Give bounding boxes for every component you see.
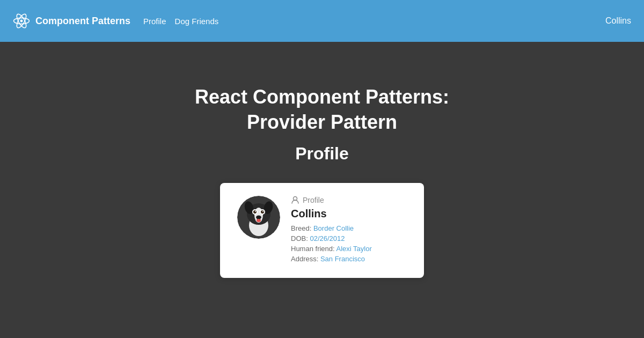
breed-label: Breed: xyxy=(291,224,311,232)
profile-address: Address: San Francisco xyxy=(291,255,407,263)
dob-label: DOB: xyxy=(291,234,308,243)
nav-link-dog-friends[interactable]: Dog Friends xyxy=(175,17,219,26)
profile-human-friend: Human friend: Alexi Taylor xyxy=(291,245,407,253)
brand: Component Patterns xyxy=(13,12,130,30)
page-subtitle: Profile xyxy=(295,144,349,164)
svg-point-16 xyxy=(256,215,261,219)
navbar-left: Component Patterns Profile Dog Friends xyxy=(13,12,218,30)
svg-point-3 xyxy=(20,20,23,23)
navbar-user: Collins xyxy=(605,16,631,26)
svg-point-14 xyxy=(255,211,256,212)
navbar: Component Patterns Profile Dog Friends C… xyxy=(0,0,644,42)
profile-breed: Breed: Border Collie xyxy=(291,224,407,232)
profile-info: Profile Collins Breed: Border Collie DOB… xyxy=(291,196,407,265)
dob-value: 02/26/2012 xyxy=(310,234,345,243)
profile-section-label: Profile xyxy=(303,196,324,204)
address-label: Address: xyxy=(291,255,318,263)
profile-card: Profile Collins Breed: Border Collie DOB… xyxy=(220,183,424,278)
svg-point-17 xyxy=(257,219,261,222)
human-friend-value: Alexi Taylor xyxy=(336,245,372,253)
svg-point-12 xyxy=(253,210,257,214)
svg-point-13 xyxy=(261,210,264,214)
page-title-line2: Provider Pattern xyxy=(247,111,397,133)
human-friend-label: Human friend: xyxy=(291,245,335,253)
brand-name: Component Patterns xyxy=(35,16,130,27)
person-icon xyxy=(291,196,299,204)
react-atom-icon xyxy=(13,12,30,30)
profile-header: Profile xyxy=(291,196,407,204)
page-title-line1: React Component Patterns: xyxy=(195,86,449,108)
page-title: React Component Patterns: Provider Patte… xyxy=(195,85,449,135)
breed-value: Border Collie xyxy=(313,224,354,232)
nav-links: Profile Dog Friends xyxy=(143,17,218,26)
profile-dob: DOB: 02/26/2012 xyxy=(291,234,407,243)
nav-link-profile[interactable]: Profile xyxy=(143,17,166,26)
address-value: San Francisco xyxy=(320,255,365,263)
svg-point-15 xyxy=(262,211,264,212)
main-content: React Component Patterns: Provider Patte… xyxy=(0,42,644,278)
profile-name: Collins xyxy=(291,208,407,220)
profile-avatar xyxy=(237,196,280,239)
